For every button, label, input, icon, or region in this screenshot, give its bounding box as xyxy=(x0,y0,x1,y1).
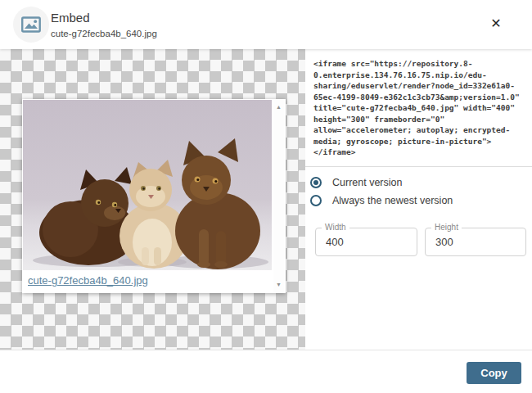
preview-card: ▲ ▼ cute-g72fecba4b_640.jpg xyxy=(22,99,286,293)
radio-current-version[interactable]: Current version xyxy=(310,176,402,189)
radio-current-version-label: Current version xyxy=(332,177,402,188)
height-input[interactable] xyxy=(426,228,525,255)
dialog-subtitle-filename: cute-g72fecba4b_640.jpg xyxy=(51,29,157,38)
dialog-header: Embed cute-g72fecba4b_640.jpg ✕ xyxy=(0,0,532,49)
file-type-badge xyxy=(13,7,49,43)
preview-scrollbar[interactable]: ▲ ▼ xyxy=(273,100,284,292)
width-input[interactable] xyxy=(316,228,417,255)
dialog-title: Embed xyxy=(51,11,90,25)
width-field-container: Width xyxy=(315,228,417,256)
preview-image xyxy=(23,100,272,270)
embed-dialog: Embed cute-g72fecba4b_640.jpg ✕ xyxy=(0,0,532,393)
radio-newest-version-label: Always the newest version xyxy=(332,195,453,206)
transparency-preview-area: ▲ ▼ cute-g72fecba4b_640.jpg xyxy=(0,49,305,350)
filename-link[interactable]: cute-g72fecba4b_640.jpg xyxy=(28,274,148,287)
copy-button[interactable]: Copy xyxy=(467,362,521,384)
embed-options-panel: <iframe src="https://repository.8- 0.ent… xyxy=(305,49,532,350)
radio-unselected-icon[interactable] xyxy=(310,195,322,206)
radio-newest-version[interactable]: Always the newest version xyxy=(310,194,453,207)
dialog-footer: Copy xyxy=(0,350,532,393)
embed-code-text[interactable]: <iframe src="https://repository.8- 0.ent… xyxy=(313,58,525,158)
radio-selected-icon[interactable] xyxy=(310,177,322,188)
close-icon[interactable]: ✕ xyxy=(487,15,505,33)
scroll-down-icon[interactable]: ▼ xyxy=(273,280,284,290)
image-icon xyxy=(20,15,42,34)
preview-caption-row: cute-g72fecba4b_640.jpg xyxy=(23,270,272,292)
scroll-up-icon[interactable]: ▲ xyxy=(273,102,284,112)
code-divider xyxy=(305,166,532,167)
height-field-container: Height xyxy=(425,228,526,256)
